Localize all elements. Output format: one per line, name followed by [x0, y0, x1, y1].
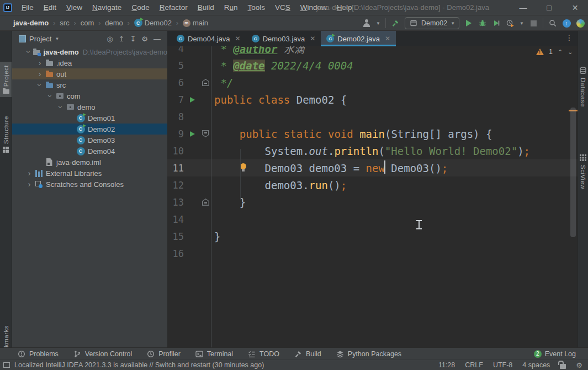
run-with-coverage-button[interactable]	[492, 19, 501, 28]
code-line-7[interactable]: 7public class Demo02 {	[167, 91, 578, 108]
tool-window-button-version-control[interactable]: Version Control	[66, 348, 139, 360]
minimize-button[interactable]: —	[510, 0, 536, 15]
user-account-icon[interactable]	[362, 19, 371, 28]
editor-tab-demo02-java[interactable]: CDemo02.java✕	[321, 31, 396, 46]
file-encoding[interactable]: UTF-8	[493, 361, 512, 369]
run-configuration-select[interactable]: Demo02 ▼	[405, 17, 459, 29]
code-line-12[interactable]: 12 demo03.run();	[167, 176, 578, 194]
tab-close-icon[interactable]: ✕	[310, 35, 315, 42]
breadcrumb-item-com[interactable]: com	[80, 19, 96, 27]
menu-item-run[interactable]: Run	[219, 0, 243, 15]
hide-panel-icon[interactable]: —	[153, 35, 161, 43]
menu-item-navigate[interactable]: Navigate	[87, 0, 126, 15]
expand-all-icon[interactable]: ↥	[119, 35, 125, 43]
project-view-dropdown-icon[interactable]: ▼	[55, 36, 59, 41]
debug-button[interactable]	[478, 19, 487, 28]
tree-item-scratches-and-consoles[interactable]: ›Scratches and Consoles	[12, 179, 167, 190]
tree-item-idea[interactable]: ›.idea	[12, 57, 167, 68]
tool-window-button-profiler[interactable]: Profiler	[139, 348, 188, 360]
code-line-5[interactable]: 5 * @date 2022/4/4 0004	[167, 57, 578, 74]
code-line-15[interactable]: 15}	[167, 228, 578, 245]
code-line-14[interactable]: 14	[167, 211, 578, 228]
run-line-icon[interactable]	[184, 97, 201, 103]
tree-item-src[interactable]: ›src	[12, 79, 167, 90]
tree-item-out[interactable]: ›out	[12, 68, 167, 79]
maximize-button[interactable]: □	[536, 0, 562, 15]
tree-chevron-icon[interactable]: ›	[25, 180, 33, 188]
menu-item-tools[interactable]: Tools	[243, 0, 271, 15]
run-button[interactable]	[464, 19, 473, 28]
tree-item-java-demo-iml[interactable]: java-demo.iml	[12, 157, 167, 168]
run-line-icon[interactable]	[184, 131, 201, 137]
menu-item-vcs[interactable]: VCS	[270, 0, 295, 15]
more-options-icon[interactable]: ⋮	[565, 33, 573, 42]
menu-item-build[interactable]: Build	[193, 0, 219, 15]
tree-chevron-icon[interactable]: ›	[25, 49, 33, 55]
tree-item-demo03[interactable]: CDemo03	[12, 135, 167, 146]
code-line-6[interactable]: 6 */	[167, 74, 578, 91]
tool-window-button-todo[interactable]: TODO	[240, 348, 287, 360]
menu-item-view[interactable]: View	[61, 0, 87, 15]
collapse-all-icon[interactable]: ↧	[130, 35, 136, 43]
intention-bulb-icon[interactable]	[240, 163, 246, 169]
inspection-widget[interactable]: 1 ⌃ ⌄	[536, 48, 573, 56]
breadcrumb-item-java-demo[interactable]: java-demo	[12, 19, 50, 27]
menu-item-refactor[interactable]: Refactor	[155, 0, 193, 15]
tree-item-demo04[interactable]: CDemo04	[12, 146, 167, 157]
caret-position[interactable]: 11:28	[438, 361, 455, 369]
line-ending[interactable]: CRLF	[465, 361, 483, 369]
toggle-panels-icon[interactable]	[3, 362, 10, 368]
update-icon[interactable]: ↑	[562, 19, 571, 28]
user-dropdown-icon[interactable]: ▼	[376, 21, 380, 26]
stripe-button-database[interactable]: Database	[578, 63, 588, 110]
breadcrumb-item-main[interactable]: mmain	[182, 19, 209, 27]
profiler-button[interactable]	[506, 19, 515, 28]
tree-item-java-demo[interactable]: ›java-demoD:\IdeaProjects\java-demo	[12, 46, 167, 57]
tree-item-demo[interactable]: ›demo	[12, 101, 167, 112]
breadcrumb-item-src[interactable]: src	[59, 19, 70, 27]
notifications-icon[interactable]: ⚙	[576, 361, 582, 369]
stripe-button-structure[interactable]: Structure	[0, 112, 12, 156]
tab-close-icon[interactable]: ✕	[235, 35, 241, 42]
project-panel-title[interactable]: Project	[29, 35, 51, 43]
search-everywhere-icon[interactable]	[548, 19, 557, 28]
code-line-10[interactable]: 10 System.out.println("Hello World! Demo…	[167, 142, 578, 159]
editor-area[interactable]: CDemo04.java✕CDemo03.java✕CDemo02.java✕ …	[167, 31, 578, 347]
breadcrumb-item-demo[interactable]: demo	[104, 19, 124, 27]
tree-item-external-libraries[interactable]: ›External Libraries	[12, 168, 167, 179]
fold-marker-icon[interactable]	[201, 199, 210, 206]
tree-item-demo02[interactable]: CDemo02	[12, 124, 167, 135]
tree-chevron-icon[interactable]: ›	[57, 103, 65, 111]
ide-features-icon[interactable]	[576, 19, 585, 28]
code-line-4[interactable]: 4 * @author 水滴	[167, 46, 578, 57]
menu-item-file[interactable]: File	[17, 0, 39, 15]
code-line-16[interactable]: 16	[167, 245, 578, 262]
event-log-button[interactable]: 2 Event Log	[534, 348, 576, 360]
tool-window-button-build[interactable]: Build	[287, 348, 329, 360]
code-line-11[interactable]: 11 Demo03 demo03 = new Demo03();	[167, 159, 578, 176]
editor-tab-demo04-java[interactable]: CDemo04.java✕	[171, 31, 246, 46]
code-line-9[interactable]: 9 public static void main(String[] args)…	[167, 125, 578, 142]
tree-chevron-icon[interactable]: ›	[36, 59, 44, 67]
stripe-button-sciview[interactable]: SciView	[578, 150, 588, 192]
menu-item-edit[interactable]: Edit	[39, 0, 61, 15]
code-editor[interactable]: 4 * @author 水滴5 * @date 2022/4/4 00046 *…	[167, 46, 578, 347]
tool-window-button-problems[interactable]: Problems	[10, 348, 66, 360]
tree-item-com[interactable]: ›com	[12, 90, 167, 101]
code-line-8[interactable]: 8	[167, 108, 578, 125]
tree-chevron-icon[interactable]: ›	[25, 169, 33, 177]
prev-warning-icon[interactable]: ⌃	[558, 49, 563, 56]
tree-chevron-icon[interactable]: ›	[36, 70, 44, 78]
code-line-13[interactable]: 13 }	[167, 194, 578, 211]
editor-scrollbar[interactable]	[570, 108, 576, 237]
menu-item-code[interactable]: Code	[126, 0, 154, 15]
profiler-dropdown-icon[interactable]: ▼	[520, 21, 524, 26]
tab-close-icon[interactable]: ✕	[385, 35, 390, 42]
indent-setting[interactable]: 4 spaces	[522, 361, 550, 369]
stripe-button-project[interactable]: Project	[0, 62, 12, 97]
fold-marker-icon[interactable]	[201, 130, 210, 137]
editor-tab-demo03-java[interactable]: CDemo03.java✕	[246, 31, 321, 46]
tree-chevron-icon[interactable]: ›	[36, 81, 44, 89]
breadcrumb-item-demo02[interactable]: CDemo02	[133, 19, 173, 27]
tool-window-button-terminal[interactable]: Terminal	[188, 348, 240, 360]
